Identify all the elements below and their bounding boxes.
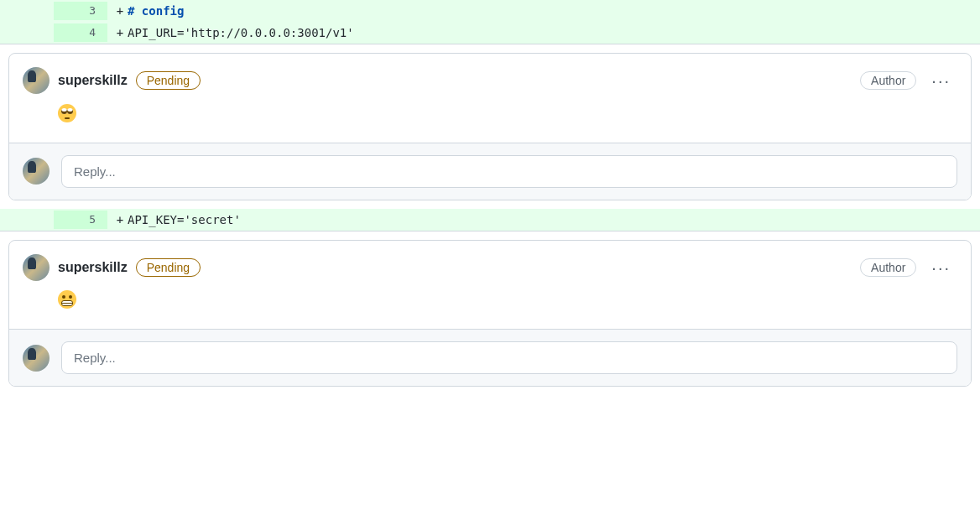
kebab-menu-icon[interactable]: ··· bbox=[925, 259, 957, 276]
reply-input[interactable] bbox=[61, 341, 957, 374]
review-comment: superskillz Pending Author ··· bbox=[8, 240, 972, 387]
reply-row bbox=[9, 329, 971, 386]
diff-line: 5 + API_KEY='secret' bbox=[0, 209, 980, 231]
new-line-number: 4 bbox=[54, 23, 107, 42]
comment-header: superskillz Pending Author ··· bbox=[9, 241, 971, 286]
avatar[interactable] bbox=[23, 345, 50, 372]
author-badge: Author bbox=[860, 71, 916, 90]
reply-input[interactable] bbox=[61, 155, 957, 188]
diff-marker: + bbox=[107, 23, 126, 42]
code-content: API_URL='http://0.0.0.0:3001/v1' bbox=[126, 23, 980, 42]
comment-body bbox=[9, 99, 971, 143]
pending-badge: Pending bbox=[136, 258, 201, 277]
comment-author-username[interactable]: superskillz bbox=[58, 260, 128, 275]
comment-header: superskillz Pending Author ··· bbox=[9, 54, 971, 99]
new-line-number: 5 bbox=[54, 211, 107, 229]
grimacing-face-emoji bbox=[58, 290, 76, 309]
new-line-number: 3 bbox=[54, 2, 107, 20]
diff-line: 3 + # config bbox=[0, 0, 980, 22]
author-badge: Author bbox=[860, 258, 916, 277]
review-comment: superskillz Pending Author ··· bbox=[8, 53, 972, 200]
code-content: # config bbox=[126, 2, 980, 20]
diff-marker: + bbox=[107, 2, 126, 20]
reply-row bbox=[9, 143, 971, 200]
pending-badge: Pending bbox=[136, 71, 201, 90]
kebab-menu-icon[interactable]: ··· bbox=[925, 72, 957, 89]
avatar[interactable] bbox=[23, 158, 50, 185]
diff-line: 4 + API_URL='http://0.0.0.0:3001/v1' bbox=[0, 22, 980, 44]
comment-body bbox=[9, 286, 971, 330]
comment-author-username[interactable]: superskillz bbox=[58, 73, 128, 88]
face-with-rolling-eyes-emoji bbox=[58, 104, 76, 122]
code-content: API_KEY='secret' bbox=[126, 211, 980, 229]
avatar[interactable] bbox=[23, 254, 50, 281]
diff-marker: + bbox=[107, 211, 126, 229]
avatar[interactable] bbox=[23, 67, 50, 94]
